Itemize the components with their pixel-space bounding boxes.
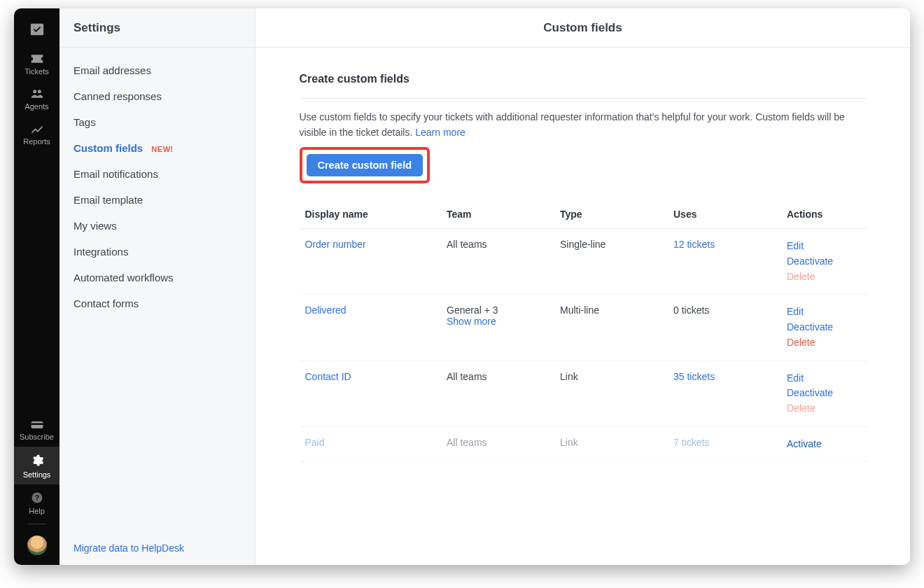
- create-button-highlight: Create custom field: [300, 147, 430, 183]
- settings-list: Email addresses Canned responses Tags Cu…: [59, 48, 255, 326]
- svg-text:?: ?: [34, 493, 38, 502]
- sidebar-item-email-notifications[interactable]: Email notifications: [59, 161, 255, 187]
- cell-uses: 35 tickets: [668, 360, 781, 426]
- page-title: Custom fields: [255, 8, 910, 48]
- action-deactivate[interactable]: Deactivate: [787, 386, 861, 401]
- section-title: Create custom fields: [300, 73, 867, 85]
- cell-type: Single-line: [554, 229, 668, 295]
- cell-uses: 12 tickets: [668, 229, 781, 295]
- cell-uses: 0 tickets: [668, 295, 781, 360]
- user-avatar[interactable]: [27, 536, 47, 555]
- sidebar-item-custom-fields[interactable]: Custom fields NEW!: [59, 135, 255, 161]
- field-name-link[interactable]: Contact ID: [305, 371, 351, 382]
- sidebar-item-label: My views: [74, 220, 117, 232]
- rail-item-label: Agents: [24, 102, 48, 111]
- sidebar-item-label: Integrations: [74, 246, 128, 258]
- action-activate[interactable]: Activate: [787, 437, 861, 452]
- sidebar-item-label: Email template: [74, 194, 143, 206]
- team-text: All teams: [447, 371, 549, 382]
- help-icon: ?: [31, 491, 43, 504]
- cell-uses: 7 tickets: [668, 426, 781, 462]
- col-header-actions: Actions: [781, 200, 867, 229]
- action-edit[interactable]: Edit: [787, 304, 861, 320]
- field-name-link[interactable]: Delivered: [305, 304, 346, 316]
- section-description: Use custom fields to specify your ticket…: [300, 110, 867, 140]
- sidebar-item-label: Tags: [74, 116, 96, 128]
- custom-fields-table: Display name Team Type Uses Actions Orde…: [300, 200, 867, 462]
- table-row: Order numberAll teamsSingle-line12 ticke…: [300, 229, 867, 295]
- sidebar-item-label: Contact forms: [74, 298, 139, 309]
- sidebar-item-email-addresses[interactable]: Email addresses: [59, 57, 255, 83]
- cell-team: All teams: [441, 426, 554, 462]
- rail-divider: [28, 524, 46, 524]
- field-name-link[interactable]: Paid: [305, 437, 325, 448]
- rail-item-label: Help: [29, 507, 45, 515]
- section-description-text: Use custom fields to specify your ticket…: [300, 111, 845, 138]
- rail-item-label: Settings: [23, 470, 51, 479]
- cell-team: General + 3Show more: [441, 295, 554, 360]
- migrate-link-label: Migrate data to HelpDesk: [74, 542, 184, 554]
- cell-type: Multi-line: [554, 295, 668, 360]
- agents-icon: [30, 88, 44, 99]
- action-delete[interactable]: Delete: [787, 335, 861, 351]
- rail-item-agents[interactable]: Agents: [14, 81, 59, 116]
- new-badge: NEW!: [151, 145, 173, 153]
- sidebar-item-contact-forms[interactable]: Contact forms: [59, 290, 255, 316]
- team-text: All teams: [447, 437, 549, 448]
- logo-check-icon: [29, 22, 45, 37]
- field-name-link[interactable]: Order number: [305, 239, 366, 250]
- col-header-name: Display name: [300, 200, 442, 229]
- main-panel: Custom fields Create custom fields Use c…: [255, 8, 910, 565]
- table-row: Contact IDAll teamsLink35 ticketsEditDea…: [300, 360, 867, 426]
- rail-item-label: Subscribe: [20, 433, 54, 441]
- uses-link[interactable]: 35 tickets: [673, 371, 715, 382]
- action-delete[interactable]: Delete: [787, 270, 861, 285]
- rail-item-reports[interactable]: Reports: [14, 116, 59, 151]
- ticket-icon: [30, 53, 44, 64]
- reports-icon: [30, 123, 44, 134]
- cell-team: All teams: [441, 360, 554, 426]
- cell-actions: Activate: [781, 426, 867, 462]
- sidebar-item-label: Email notifications: [74, 168, 158, 180]
- sidebar-item-my-views[interactable]: My views: [59, 213, 255, 239]
- table-row: PaidAll teamsLink7 ticketsActivate: [300, 426, 867, 462]
- action-deactivate[interactable]: Deactivate: [787, 320, 861, 335]
- cell-actions: EditDeactivateDelete: [781, 295, 867, 360]
- show-more-link[interactable]: Show more: [447, 316, 549, 327]
- sidebar-item-label: Automated workflows: [74, 272, 174, 284]
- left-rail: Tickets Agents Reports Subscribe: [14, 8, 59, 565]
- uses-link[interactable]: 12 tickets: [673, 239, 715, 250]
- action-edit[interactable]: Edit: [787, 371, 861, 386]
- settings-title: Settings: [59, 8, 255, 48]
- sidebar-item-automated-workflows[interactable]: Automated workflows: [59, 265, 255, 290]
- rail-item-subscribe[interactable]: Subscribe: [14, 413, 59, 447]
- svg-point-1: [37, 90, 41, 93]
- learn-more-link[interactable]: Learn more: [415, 127, 465, 138]
- col-header-uses: Uses: [668, 200, 781, 229]
- gear-icon: [30, 454, 44, 468]
- team-text: All teams: [447, 239, 549, 250]
- action-delete[interactable]: Delete: [787, 401, 861, 416]
- cell-actions: EditDeactivateDelete: [781, 360, 867, 426]
- action-edit[interactable]: Edit: [787, 239, 861, 254]
- sidebar-item-tags[interactable]: Tags: [59, 109, 255, 135]
- svg-point-0: [33, 90, 36, 93]
- migrate-link[interactable]: Migrate data to HelpDesk: [59, 531, 255, 565]
- create-custom-field-button[interactable]: Create custom field: [307, 154, 424, 176]
- settings-sidebar: Settings Email addresses Canned response…: [59, 8, 255, 565]
- sidebar-item-label: Canned responses: [74, 90, 162, 102]
- sidebar-item-canned-responses[interactable]: Canned responses: [59, 83, 255, 109]
- rail-item-settings[interactable]: Settings: [14, 447, 59, 484]
- uses-link[interactable]: 7 tickets: [673, 437, 709, 448]
- table-row: DeliveredGeneral + 3Show moreMulti-line0…: [300, 295, 867, 360]
- rail-item-help[interactable]: ? Help: [14, 484, 59, 521]
- app-logo[interactable]: [14, 13, 59, 46]
- sidebar-item-email-template[interactable]: Email template: [59, 187, 255, 213]
- sidebar-item-integrations[interactable]: Integrations: [59, 239, 255, 265]
- card-icon: [30, 420, 44, 430]
- sidebar-item-label: Custom fields: [74, 142, 143, 154]
- action-deactivate[interactable]: Deactivate: [787, 254, 861, 270]
- rail-item-tickets[interactable]: Tickets: [14, 46, 59, 81]
- cell-actions: EditDeactivateDelete: [781, 229, 867, 295]
- cell-type: Link: [554, 426, 668, 462]
